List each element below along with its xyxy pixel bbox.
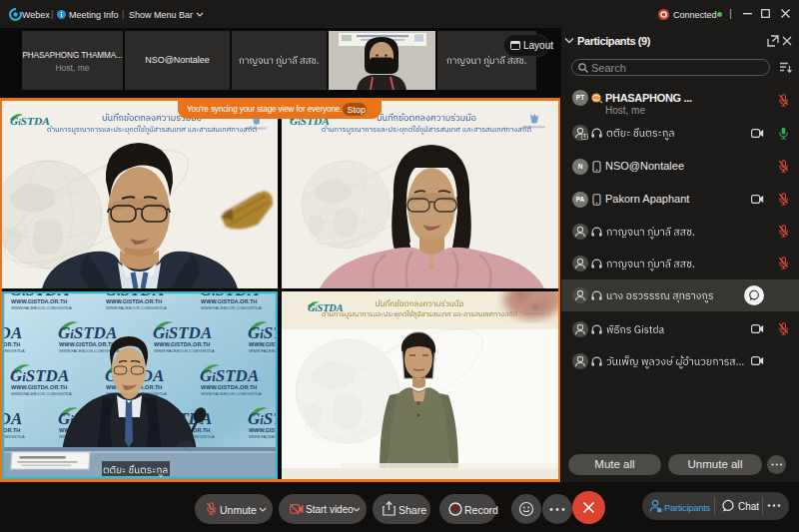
svg-text:GiSTDA: GiSTDA: [248, 409, 278, 428]
svg-text:WWW.GISTDA.OR.TH: WWW.GISTDA.OR.TH: [201, 298, 257, 304]
svg-text:GiSTDA: GiSTDA: [2, 323, 22, 342]
svg-text:GiSTDA: GiSTDA: [10, 115, 50, 127]
svg-text:WWW.FACEBOOK.COM/GISTDA: WWW.FACEBOOK.COM/GISTDA: [201, 391, 262, 396]
svg-text:GiSTDA: GiSTDA: [58, 323, 117, 342]
svg-text:WWW.GISTDA.OR.TH: WWW.GISTDA.OR.TH: [154, 341, 210, 347]
svg-text:WWW.GISTDA.OR.TH: WWW.GISTDA.OR.TH: [249, 341, 278, 347]
svg-text:WWW.FACEBOOK.COM/GISTDA: WWW.FACEBOOK.COM/GISTDA: [154, 348, 215, 353]
svg-text:WWW.GISTDA.OR.TH: WWW.GISTDA.OR.TH: [59, 341, 115, 347]
svg-text:GiSTDA: GiSTDA: [248, 323, 278, 342]
svg-text:WWW.GISTDA.OR.TH: WWW.GISTDA.OR.TH: [249, 427, 278, 433]
svg-text:GiSTDA: GiSTDA: [2, 409, 22, 428]
svg-text:GiSTDA: GiSTDA: [10, 366, 69, 385]
svg-text:GiSTDA: GiSTDA: [308, 302, 344, 313]
svg-text:WWW.GISTDA.OR.TH: WWW.GISTDA.OR.TH: [2, 427, 20, 433]
svg-text:WWW.FACEBOOK.COM/GISTDA: WWW.FACEBOOK.COM/GISTDA: [2, 434, 25, 439]
svg-text:WWW.FACEBOOK.COM/GISTDA: WWW.FACEBOOK.COM/GISTDA: [106, 305, 167, 310]
svg-text:WWW.FACEBOOK.COM/GISTDA: WWW.FACEBOOK.COM/GISTDA: [249, 348, 278, 353]
svg-text:WWW.FACEBOOK.COM/GISTDA: WWW.FACEBOOK.COM/GISTDA: [201, 305, 262, 310]
svg-text:WWW.GISTDA.OR.TH: WWW.GISTDA.OR.TH: [106, 298, 162, 304]
svg-text:WWW.FACEBOOK.COM/GISTDA: WWW.FACEBOOK.COM/GISTDA: [11, 305, 72, 310]
svg-text:WWW.GISTDA.OR.TH: WWW.GISTDA.OR.TH: [11, 384, 67, 390]
svg-text:WWW.FACEBOOK.COM/GISTDA: WWW.FACEBOOK.COM/GISTDA: [2, 348, 25, 353]
svg-text:WWW.GISTDA.OR.TH: WWW.GISTDA.OR.TH: [2, 341, 20, 347]
svg-text:WWW.GISTDA.OR.TH: WWW.GISTDA.OR.TH: [11, 298, 67, 304]
svg-text:GiSTDA: GiSTDA: [200, 366, 259, 385]
svg-text:GiSTDA: GiSTDA: [153, 323, 212, 342]
svg-text:WWW.GISTDA.OR.TH: WWW.GISTDA.OR.TH: [201, 384, 257, 390]
svg-text:WWW.FACEBOOK.COM/GISTDA: WWW.FACEBOOK.COM/GISTDA: [11, 391, 72, 396]
svg-text:WWW.FACEBOOK.COM/GISTDA: WWW.FACEBOOK.COM/GISTDA: [249, 434, 278, 439]
